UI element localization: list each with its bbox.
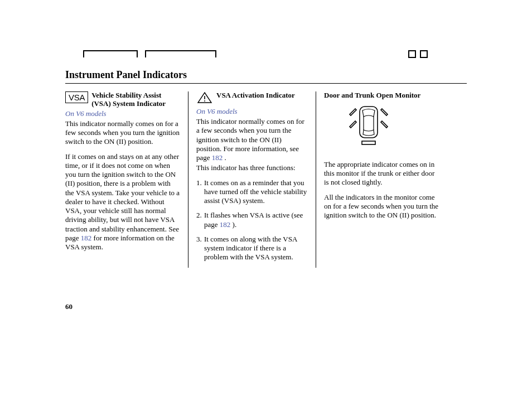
- title-divider: [65, 83, 467, 84]
- crop-mark: [408, 50, 416, 58]
- list-text: It flashes when VSA is active (see page …: [204, 211, 308, 229]
- list-text: It comes on along with the VSA system in…: [204, 235, 308, 262]
- function-list: 1. It comes on as a reminder that you ha…: [196, 178, 308, 262]
- paragraph: This indicator normally comes on for a f…: [196, 117, 308, 162]
- list-item: 2. It flashes when VSA is active (see pa…: [196, 211, 308, 229]
- paragraph: This indicator normally comes on for a f…: [65, 119, 180, 147]
- vsa-indicator-icon: VSA: [65, 91, 88, 103]
- page-reference-link[interactable]: 182: [220, 220, 231, 229]
- list-number: 2.: [196, 211, 204, 229]
- paragraph: If it comes on and stays on at any other…: [65, 152, 180, 252]
- list-item: 3. It comes on along with the VSA system…: [196, 235, 308, 262]
- crop-marks-row: [65, 50, 467, 61]
- crop-mark: [420, 50, 428, 58]
- page-container: Instrument Panel Indicators VSA Vehicle …: [65, 50, 467, 268]
- section-subhead: On V6 models: [65, 109, 180, 118]
- crop-mark: [83, 50, 138, 57]
- page-reference-link[interactable]: 182: [212, 153, 223, 162]
- section-title: VSA Activation Indicator: [216, 91, 295, 100]
- warning-triangle-icon: [196, 91, 213, 106]
- column-1: VSA Vehicle Stability Assist (VSA) Syste…: [65, 91, 188, 268]
- svg-rect-6: [362, 141, 375, 144]
- paragraph: The appropriate indicator comes on in th…: [324, 160, 439, 187]
- column-2: VSA Activation Indicator On V6 models Th…: [188, 91, 316, 268]
- section-subhead: On V6 models: [196, 107, 308, 116]
- crop-mark: [145, 50, 216, 57]
- list-item: 1. It comes on as a reminder that you ha…: [196, 178, 308, 206]
- column-3: Door and Trunk Open Monitor: [316, 91, 439, 268]
- list-number: 1.: [196, 178, 204, 206]
- section-header: VSA Vehicle Stability Assist (VSA) Syste…: [65, 91, 180, 108]
- section-title: Vehicle Stability Assist (VSA) System In…: [91, 91, 180, 108]
- section-title: Door and Trunk Open Monitor: [324, 91, 420, 100]
- page-number: 60: [65, 302, 72, 311]
- paragraph: All the indicators in the monitor come o…: [324, 193, 439, 220]
- columns: VSA Vehicle Stability Assist (VSA) Syste…: [65, 91, 467, 268]
- text: If it comes on and stays on at any other…: [65, 152, 180, 242]
- page-reference-link[interactable]: 182: [81, 234, 92, 242]
- list-number: 3.: [196, 235, 204, 262]
- list-text: It comes on as a reminder that you have …: [204, 178, 308, 206]
- vsa-box-text: VSA: [65, 91, 88, 103]
- paragraph: This indicator has three functions:: [196, 163, 308, 172]
- svg-point-2: [204, 100, 205, 102]
- text: .: [223, 153, 226, 162]
- door-trunk-monitor-icon: [335, 103, 439, 151]
- section-header: VSA Activation Indicator: [196, 91, 308, 106]
- text: ).: [230, 220, 236, 229]
- section-header: Door and Trunk Open Monitor: [324, 91, 439, 100]
- page-title: Instrument Panel Indicators: [65, 69, 467, 81]
- text: It flashes when VSA is active (see page: [204, 211, 303, 228]
